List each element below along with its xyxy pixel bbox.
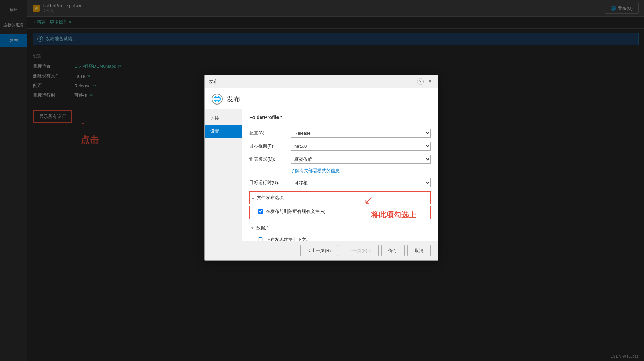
framework-select[interactable]: net5.0 net6.0 [291, 142, 431, 151]
dialog-nav-connect[interactable]: 连接 [205, 112, 242, 125]
dialog-footer: < 上一页(R) 下一页(X) > 保存 取消 [205, 241, 438, 260]
dialog-controls: ? × [417, 78, 433, 85]
dialog-help-button[interactable]: ? [417, 78, 424, 85]
dialog-titlebar: 发布 ? × [205, 75, 438, 88]
dialog-nav-settings[interactable]: 设置 [205, 125, 242, 138]
dialog-annotation-text: 将此项勾选上 [371, 210, 416, 220]
config-form-label: 配置(C): [249, 130, 291, 136]
loading-spinner [258, 237, 263, 241]
framework-form-label: 目标框架(E): [249, 143, 291, 149]
form-row-config: 配置(C): Debug Release [249, 129, 431, 138]
dialog-header-icon: 🌐 [212, 94, 223, 105]
deploy-select[interactable]: 框架依赖 独立 [291, 155, 431, 164]
deploy-form-label: 部署模式(M): [249, 156, 291, 162]
dialog-annotation-arrow: ↗ [364, 194, 373, 207]
form-row-runtime: 目标运行时(U): 可移植 win-x64 [249, 178, 431, 187]
dialog-right-content: FolderProfile * 配置(C): Debug Release 目标框… [242, 109, 438, 241]
cancel-button[interactable]: 取消 [407, 245, 431, 256]
file-publish-title: 文件发布选项 [257, 195, 284, 201]
dialog-left-nav: 连接 设置 [205, 109, 242, 241]
deploy-info-link[interactable]: 了解有关部署模式的信息 [291, 168, 340, 173]
db-section-title: 数据库 [256, 225, 270, 231]
delete-files-label: 在发布前删除所有现有文件(A) [266, 208, 325, 215]
section-toggle-icon: ▲ [251, 196, 255, 200]
dialog-profile-title: FolderProfile * [249, 114, 431, 123]
file-publish-section-header[interactable]: ▲ 文件发布选项 [249, 191, 431, 204]
db-section-header[interactable]: ▼ 数据库 [249, 222, 431, 234]
db-loading-text: 正在发现数据上下文... [266, 237, 310, 241]
dialog-body: 连接 设置 FolderProfile * 配置(C): Debug Relea… [205, 109, 438, 241]
dialog-header: 🌐 发布 [205, 88, 438, 109]
runtime-select[interactable]: 可移植 win-x64 [291, 178, 431, 187]
delete-files-checkbox[interactable] [258, 209, 263, 214]
save-button[interactable]: 保存 [381, 245, 405, 256]
dialog-full: 🌐 发布 连接 设置 FolderProfile * 配置(C): [205, 88, 438, 260]
db-loading: 正在发现数据上下文... [249, 235, 431, 241]
next-button[interactable]: 下一页(X) > [341, 245, 379, 256]
dialog-header-title: 发布 [227, 95, 240, 104]
db-toggle-icon: ▼ [251, 226, 254, 230]
config-select[interactable]: Debug Release [291, 129, 431, 138]
form-row-framework: 目标框架(E): net5.0 net6.0 [249, 142, 431, 151]
publish-dialog: 发布 ? × 🌐 发布 连接 设置 FolderProfile [204, 75, 438, 261]
runtime-form-label: 目标运行时(U): [249, 179, 291, 186]
watermark: CSDN @TLucas [611, 354, 639, 358]
prev-button[interactable]: < 上一页(R) [300, 245, 338, 256]
form-row-deploy: 部署模式(M): 框架依赖 独立 [249, 155, 431, 164]
dialog-close-button[interactable]: × [427, 78, 433, 85]
dialog-title: 发布 [209, 78, 218, 85]
